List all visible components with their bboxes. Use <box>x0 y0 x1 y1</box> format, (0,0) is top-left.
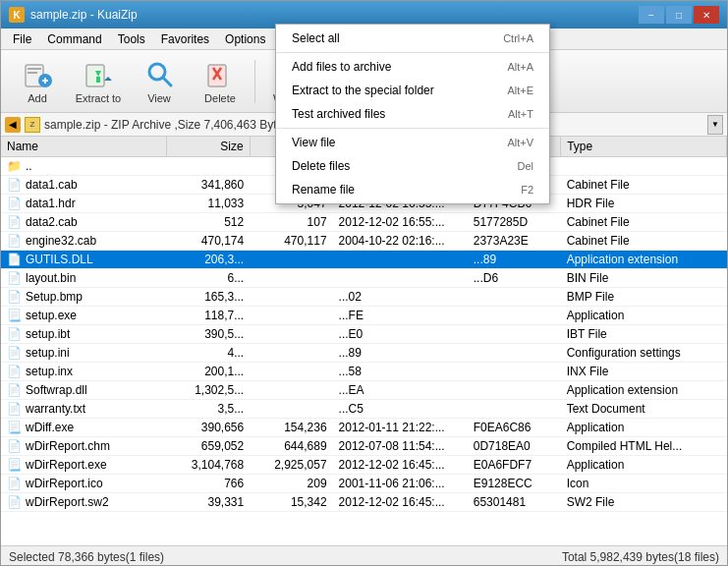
file-modified-cell: ...FE <box>333 307 468 325</box>
file-modified-cell: ...58 <box>333 363 468 381</box>
file-name-cell: 📄data1.hdr <box>1 195 167 213</box>
file-crc32-cell: 65301481 <box>468 493 561 512</box>
menu-item-favorites[interactable]: Favorites <box>153 30 217 48</box>
file-modified-cell: ...89 <box>333 344 468 363</box>
file-size-cell: 766 <box>167 475 250 493</box>
zip-file-icon: Z <box>25 117 40 133</box>
file-packed-cell: 154,236 <box>250 419 332 437</box>
file-type-cell: Application extension <box>561 381 727 400</box>
address-dropdown[interactable]: ▼ <box>707 115 723 135</box>
table-row[interactable]: 📄warranty.txt3,5......C5Text Document <box>1 400 727 419</box>
add-icon <box>22 59 53 90</box>
file-size-cell: 206,3... <box>167 251 250 269</box>
toolbar-extract-button[interactable]: Extract to <box>70 55 127 108</box>
file-size-cell: 118,7... <box>167 307 250 325</box>
file-modified-cell: 2012-12-02 16:45:... <box>333 493 468 512</box>
table-row[interactable]: 📄GUTILS.DLL206,3......89Application exte… <box>1 251 727 269</box>
svg-marker-9 <box>104 77 112 81</box>
table-row[interactable]: 📄setup.ibt390,5......E0IBT File <box>1 325 727 344</box>
svg-line-11 <box>163 78 171 85</box>
file-size-cell: 470,174 <box>167 232 250 251</box>
menu-item-file[interactable]: File <box>5 30 39 48</box>
toolbar-add-button[interactable]: Add <box>9 55 66 108</box>
file-size-cell: 3,104,768 <box>167 456 250 475</box>
col-header-size[interactable]: Size <box>167 137 250 157</box>
view-icon <box>143 59 175 90</box>
context-menu-view-file[interactable]: View fileAlt+V <box>276 137 549 154</box>
maximize-button[interactable]: □ <box>666 6 692 24</box>
file-crc32-cell: 5177285D <box>468 213 561 232</box>
context-menu-item-label: Delete files <box>292 159 350 173</box>
window-title: sample.zip - KuaiZip <box>30 8 138 22</box>
file-modified-cell: ...E0 <box>333 325 468 344</box>
context-menu-item-label: View file <box>292 137 335 149</box>
close-button[interactable]: ✕ <box>694 6 719 24</box>
nav-back-icon[interactable]: ◀ <box>5 117 21 133</box>
table-row[interactable]: 📃wDirReport.exe3,104,7682,925,0572012-12… <box>1 456 727 475</box>
file-packed-cell: 209 <box>250 475 332 493</box>
file-packed-cell <box>250 307 332 325</box>
file-crc32-cell: F0EA6C86 <box>468 419 561 437</box>
table-row[interactable]: 📄Softwrap.dll1,302,5......EAApplication … <box>1 381 727 400</box>
file-name-cell: 📄setup.ibt <box>1 325 167 344</box>
chm-file-icon: 📄 <box>7 439 22 453</box>
file-type-cell: Application <box>561 456 727 475</box>
context-menu-shortcut: F2 <box>521 184 533 196</box>
file-packed-cell <box>250 381 332 400</box>
file-crc32-cell <box>468 288 561 307</box>
col-header-name[interactable]: Name <box>1 137 167 157</box>
folder-file-icon: 📁 <box>7 159 22 173</box>
file-name-cell: 📄data2.cab <box>1 213 167 232</box>
file-name-cell: 📄setup.ini <box>1 344 167 363</box>
window-controls: − □ ✕ <box>639 6 719 24</box>
file-type-cell: Application <box>561 307 727 325</box>
table-row[interactable]: 📄data2.cab5121072012-12-02 16:55:...5177… <box>1 213 727 232</box>
file-name-cell: 📄layout.bin <box>1 269 167 288</box>
file-name-cell: 📄wDirReport.chm <box>1 437 167 456</box>
table-row[interactable]: 📄setup.ini4......89Configuration setting… <box>1 344 727 363</box>
table-row[interactable]: 📃wDiff.exe390,656154,2362012-01-11 21:22… <box>1 419 727 437</box>
file-crc32-cell: 2373A23E <box>468 232 561 251</box>
file-size-cell: 341,860 <box>167 176 250 195</box>
table-row[interactable]: 📄setup.inx200,1......58INX File <box>1 363 727 381</box>
file-name-cell: 📄wDirReport.ico <box>1 475 167 493</box>
file-modified-cell: 2012-01-11 21:22:... <box>333 419 468 437</box>
table-row[interactable]: 📄wDirReport.chm659,052644,6892012-07-08 … <box>1 437 727 456</box>
file-type-cell: Compiled HTML Hel... <box>561 437 727 456</box>
menu-item-command[interactable]: Command <box>39 30 109 48</box>
file-size-cell: 512 <box>167 213 250 232</box>
col-header-type[interactable]: Type <box>561 137 727 157</box>
table-row[interactable]: 📄engine32.cab470,174470,1172004-10-22 02… <box>1 232 727 251</box>
file-size-cell: 39,331 <box>167 493 250 512</box>
file-size-cell: 165,3... <box>167 288 250 307</box>
toolbar-delete-button[interactable]: Delete <box>192 55 249 108</box>
svg-rect-6 <box>86 65 104 86</box>
file-crc32-cell <box>468 381 561 400</box>
file-name-cell: 📃wDiff.exe <box>1 419 167 437</box>
file-list[interactable]: Name Size Packed Modified CRC32 Type 📁..… <box>1 137 727 545</box>
toolbar-view-button[interactable]: View <box>131 55 188 108</box>
file-crc32-cell: E9128ECC <box>468 475 561 493</box>
file-packed-cell <box>250 251 332 269</box>
menu-item-tools[interactable]: Tools <box>110 30 153 48</box>
file-type-cell: HDR File <box>561 195 727 213</box>
menu-item-options[interactable]: Options <box>217 30 273 48</box>
table-row[interactable]: 📃setup.exe118,7......FEApplication <box>1 307 727 325</box>
add-label: Add <box>28 92 47 104</box>
toolbar-separator <box>254 60 255 103</box>
view-label: View <box>147 92 171 104</box>
table-row[interactable]: 📄wDirReport.ico7662092001-11-06 21:06:..… <box>1 475 727 493</box>
table-row[interactable]: 📄wDirReport.sw239,33115,3422012-12-02 16… <box>1 493 727 512</box>
file-packed-cell <box>250 269 332 288</box>
context-menu-shortcut: Alt+V <box>507 137 533 148</box>
file-packed-cell: 2,925,057 <box>250 456 332 475</box>
context-menu-rename-file[interactable]: Rename fileF2 <box>276 178 549 201</box>
file-name-cell: 📃wDirReport.exe <box>1 456 167 475</box>
table-row[interactable]: 📄Setup.bmp165,3......02BMP File <box>1 288 727 307</box>
bmp-file-icon: 📄 <box>7 290 22 304</box>
context-menu-delete-files[interactable]: Delete filesDel <box>276 154 549 178</box>
minimize-button[interactable]: − <box>639 6 664 24</box>
file-modified-cell <box>333 251 468 269</box>
file-packed-cell <box>250 363 332 381</box>
table-row[interactable]: 📄layout.bin6......D6BIN File <box>1 269 727 288</box>
